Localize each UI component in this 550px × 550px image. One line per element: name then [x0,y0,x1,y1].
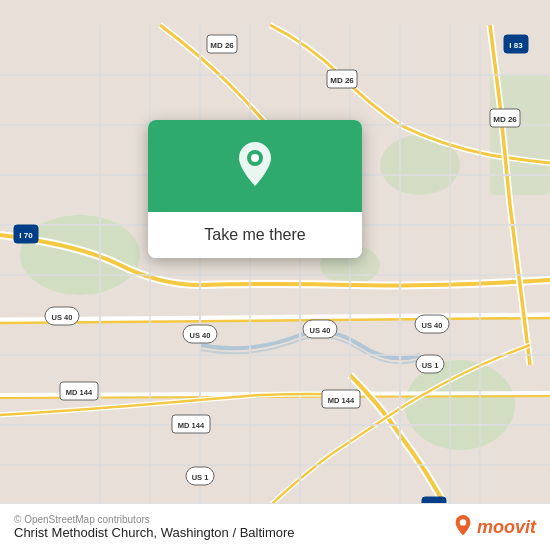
bottom-bar: © OpenStreetMap contributors Christ Meth… [0,503,550,550]
map-container: MD 26 MD 26 MD 26 I 83 I 70 US 40 US 40 … [0,0,550,550]
svg-point-58 [251,154,259,162]
popup-card: Take me there [148,120,362,258]
svg-text:MD 144: MD 144 [328,396,355,405]
svg-text:I 70: I 70 [19,231,33,240]
bottom-left: © OpenStreetMap contributors Christ Meth… [14,514,295,540]
svg-text:US 40: US 40 [422,321,443,330]
svg-text:MD 26: MD 26 [330,76,354,85]
svg-text:US 40: US 40 [310,326,331,335]
attribution-text: © OpenStreetMap contributors [14,514,295,525]
svg-text:MD 144: MD 144 [178,421,205,430]
moovit-pin-icon [453,515,473,539]
take-me-there-button[interactable]: Take me there [148,212,362,258]
moovit-brand-text: moovit [477,517,536,538]
svg-point-59 [460,519,466,525]
app-container: MD 26 MD 26 MD 26 I 83 I 70 US 40 US 40 … [0,0,550,550]
location-title: Christ Methodist Church, Washington / Ba… [14,525,295,540]
svg-text:MD 26: MD 26 [210,41,234,50]
svg-text:US 1: US 1 [422,361,439,370]
svg-text:US 1: US 1 [192,473,209,482]
map-svg: MD 26 MD 26 MD 26 I 83 I 70 US 40 US 40 … [0,0,550,550]
location-pin-icon [233,142,277,194]
popup-green-area [148,120,362,212]
svg-text:I 83: I 83 [509,41,523,50]
svg-text:MD 144: MD 144 [66,388,93,397]
svg-text:US 40: US 40 [52,313,73,322]
moovit-logo: moovit [453,515,536,539]
svg-text:US 40: US 40 [190,331,211,340]
svg-text:MD 26: MD 26 [493,115,517,124]
